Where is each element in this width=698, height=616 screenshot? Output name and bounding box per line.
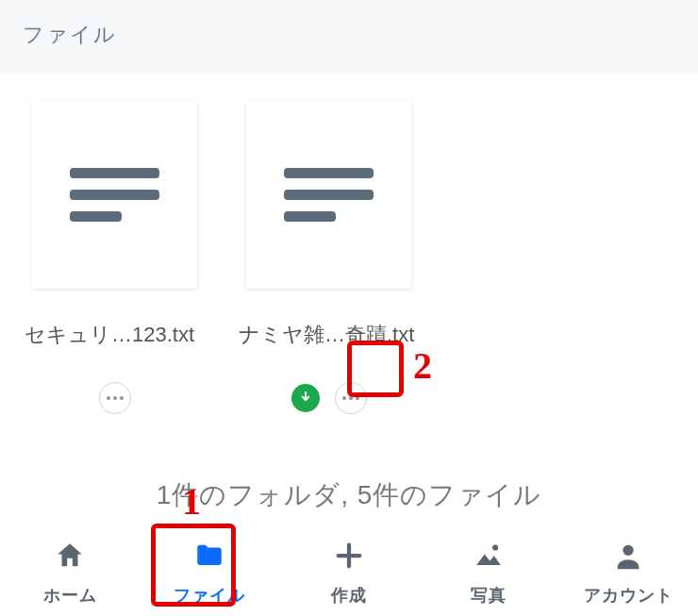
file-item[interactable]: ナミヤ雑…奇蹟.txt <box>237 100 421 426</box>
tab-photos[interactable]: 写真 <box>419 529 558 616</box>
doc-line-icon <box>70 211 122 222</box>
photo-icon <box>473 540 505 576</box>
doc-line-icon <box>284 168 374 178</box>
doc-line-icon <box>70 190 159 200</box>
account-icon <box>612 540 644 576</box>
doc-line-icon <box>70 168 159 178</box>
home-icon <box>54 540 86 576</box>
folder-summary: 1件のフォルダ, 5件のファイル <box>0 477 698 513</box>
file-thumbnail[interactable] <box>32 100 197 289</box>
doc-line-icon <box>284 190 374 200</box>
doc-line-icon <box>284 211 336 222</box>
folder-icon <box>193 540 225 576</box>
file-grid: セキュリ…123.txt ナミヤ雑…奇蹟.txt <box>0 74 698 426</box>
tab-label: 作成 <box>331 584 367 607</box>
plus-icon <box>333 540 365 576</box>
file-name: セキュリ…123.txt <box>23 321 207 349</box>
tab-files[interactable]: ファイル <box>140 529 279 616</box>
svg-point-1 <box>623 544 633 555</box>
tab-label: アカウント <box>584 584 673 607</box>
file-item[interactable]: セキュリ…123.txt <box>23 100 207 426</box>
tab-home[interactable]: ホーム <box>0 529 140 616</box>
tab-label: 写真 <box>471 584 507 607</box>
tab-label: ホーム <box>43 584 97 607</box>
header-title: ファイル <box>23 23 117 46</box>
more-options-button[interactable] <box>335 382 367 414</box>
tab-label: ファイル <box>174 584 245 607</box>
bottom-tabbar: ホーム ファイル 作成 写真 アカウント <box>0 525 698 616</box>
downloaded-badge-icon <box>291 384 320 412</box>
svg-point-0 <box>492 544 498 550</box>
more-options-button[interactable] <box>99 382 131 414</box>
header-bar: ファイル <box>0 0 698 74</box>
tab-create[interactable]: 作成 <box>279 529 419 616</box>
tab-account[interactable]: アカウント <box>558 529 698 616</box>
file-thumbnail[interactable] <box>246 100 411 289</box>
file-name: ナミヤ雑…奇蹟.txt <box>237 321 421 349</box>
